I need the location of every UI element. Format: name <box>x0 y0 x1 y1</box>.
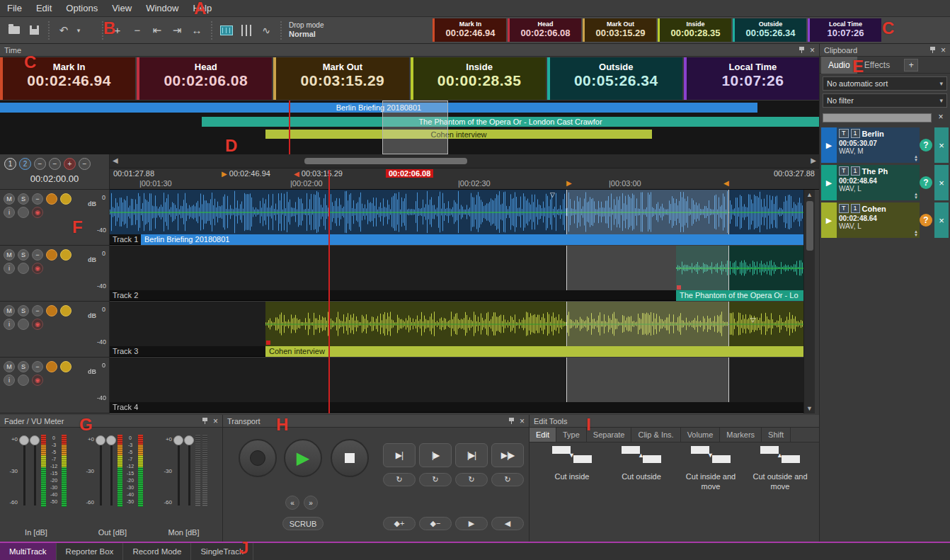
pin-icon[interactable] <box>929 47 936 53</box>
monitor-button[interactable] <box>60 249 71 261</box>
clip-marker-icon[interactable]: ▽ <box>750 317 755 324</box>
clip-label[interactable]: Berlin Briefing 20180801 <box>141 234 803 245</box>
tab-reporter-box[interactable]: Reporter Box <box>57 543 124 560</box>
loop-button[interactable]: ↻ <box>491 473 524 486</box>
remove-item-button[interactable]: × <box>934 202 949 238</box>
clipboard-item[interactable]: ▶ T 1 Berlin 00:05:30.07 WAV, M ▲▼ ? × <box>821 127 949 163</box>
waveform-icon[interactable]: ∿ <box>258 21 275 40</box>
tab-record-mode[interactable]: Record Mode <box>123 543 191 560</box>
lock-button[interactable] <box>18 375 29 386</box>
undo-dropdown-icon[interactable]: ▾ <box>75 21 82 40</box>
menu-options[interactable]: Options <box>59 0 105 17</box>
trim-head-icon[interactable]: ⇤ <box>149 21 166 40</box>
fx-button[interactable] <box>46 193 57 205</box>
loop-button[interactable]: ↻ <box>419 473 452 486</box>
zoom-preset-1-button[interactable]: 1 <box>4 158 16 170</box>
track-lane[interactable] <box>110 246 803 290</box>
fader-knob[interactable] <box>184 435 194 445</box>
loop-button[interactable]: ↻ <box>383 473 416 486</box>
mute-button[interactable]: M <box>4 361 15 372</box>
overview-playhead[interactable] <box>289 101 290 154</box>
query-button[interactable]: ? <box>920 176 932 189</box>
solo-button[interactable]: S <box>18 305 29 316</box>
monitor-button[interactable] <box>60 305 71 316</box>
close-icon[interactable]: × <box>520 417 525 425</box>
overview-clip-cohen[interactable]: Cohen interview <box>265 130 652 139</box>
zoom-reset-button[interactable]: − <box>79 158 91 170</box>
clipboard-item[interactable]: ▶ T 1 Cohen 00:02:48.64 WAV, L ▲▼ ? × <box>821 202 949 238</box>
timeline-scrollbar[interactable]: ◀ ▶ <box>110 154 819 168</box>
fader-slider[interactable] <box>185 435 193 507</box>
info-button[interactable]: i <box>4 263 15 274</box>
mixer-icon[interactable] <box>238 21 255 40</box>
forward-button[interactable]: » <box>304 496 318 510</box>
record-arm-button[interactable]: ◉ <box>32 319 43 330</box>
zoom-out-button[interactable]: − <box>34 158 46 170</box>
project-overview[interactable]: Berlin Briefing 20180801 The Phantom of … <box>0 101 819 154</box>
minimize-button[interactable]: − <box>32 361 43 372</box>
add-marker-icon[interactable]: + <box>109 21 126 40</box>
tab-multitrack[interactable]: MultiTrack <box>0 543 57 560</box>
rewind-button[interactable]: « <box>285 496 299 510</box>
loop-button[interactable]: ↻ <box>455 473 488 486</box>
skip-to-start-button[interactable]: ▶| <box>383 443 416 467</box>
fader-knob[interactable] <box>30 435 40 445</box>
clipboard-item[interactable]: ▶ T 1 The Ph 00:02:48.64 WAV, L ▲▼ ? × <box>821 165 949 200</box>
filter-dropdown[interactable]: No filter ▾ <box>823 93 947 108</box>
fader-knob[interactable] <box>96 435 105 445</box>
lock-button[interactable] <box>18 263 29 274</box>
fader-knob[interactable] <box>106 435 116 445</box>
record-arm-button[interactable]: ◉ <box>32 263 43 274</box>
play-icon[interactable]: ▶ <box>821 165 837 200</box>
play-icon[interactable]: ▶ <box>821 202 837 238</box>
sort-dropdown[interactable]: No automatic sort ▾ <box>823 76 947 91</box>
cut-outside-button[interactable]: ▲ Cut outside <box>609 439 674 510</box>
loop-out-marker-icon[interactable]: ◀ <box>723 179 729 187</box>
remove-item-button[interactable]: × <box>934 165 949 200</box>
reorder-arrows-icon[interactable]: ▲▼ <box>914 193 918 200</box>
next-marker-button[interactable]: ▶ <box>455 517 488 530</box>
mute-button[interactable]: M <box>4 305 15 316</box>
pin-icon[interactable] <box>799 47 805 53</box>
close-icon[interactable]: × <box>941 46 946 55</box>
mute-button[interactable]: M <box>4 249 15 261</box>
cut-inside-move-button[interactable]: ▼← Cut inside and move <box>678 439 743 510</box>
save-icon[interactable] <box>25 21 42 40</box>
minimize-button[interactable]: − <box>32 305 43 316</box>
selection-region[interactable] <box>566 358 729 402</box>
clip-label[interactable]: Cohen interview <box>265 346 803 357</box>
reorder-arrows-icon[interactable]: ▲▼ <box>914 155 918 162</box>
track-lane[interactable]: ▽ <box>110 190 803 234</box>
loop-in-marker-icon[interactable]: ▶ <box>566 179 572 187</box>
prev-marker-button[interactable]: ◀ <box>491 517 524 530</box>
add-tab-button[interactable]: + <box>904 59 918 72</box>
record-button[interactable] <box>239 439 277 477</box>
play-icon[interactable]: ▶ <box>821 127 837 163</box>
fx-button[interactable] <box>46 305 57 316</box>
fader-slider[interactable] <box>107 435 115 507</box>
scrollbar-thumb[interactable] <box>304 158 467 164</box>
tab-effects[interactable]: Effects <box>857 57 897 74</box>
monitor-button[interactable] <box>60 193 71 205</box>
remove-marker-icon[interactable]: − <box>129 21 146 40</box>
minimize-button[interactable]: − <box>32 193 43 205</box>
track-scrollbar[interactable]: ▲ ▼ <box>803 190 815 413</box>
solo-button[interactable]: S <box>18 249 29 261</box>
clip-label[interactable]: The Phantom of the Opera Or - Lo <box>676 290 803 301</box>
stop-button[interactable] <box>331 439 369 477</box>
pin-icon[interactable] <box>202 418 208 424</box>
menu-help[interactable]: Help <box>185 0 219 17</box>
selection-region[interactable] <box>566 302 729 346</box>
menu-edit[interactable]: Edit <box>29 0 59 17</box>
menu-view[interactable]: View <box>105 0 139 17</box>
close-icon[interactable]: × <box>810 46 815 55</box>
selection-region[interactable] <box>566 246 729 290</box>
query-button[interactable]: ? <box>920 214 932 227</box>
add-marker-button[interactable]: ◆+ <box>383 517 416 530</box>
close-icon[interactable]: × <box>213 417 218 425</box>
overview-clip-berlin[interactable]: Berlin Briefing 20180801 <box>0 103 757 113</box>
drop-mode-control[interactable]: Drop mode Normal <box>289 21 324 39</box>
ripple-icon[interactable]: ↔ <box>188 21 205 40</box>
clip-marker-icon[interactable]: ▽ <box>550 192 555 198</box>
fx-button[interactable] <box>46 361 57 372</box>
